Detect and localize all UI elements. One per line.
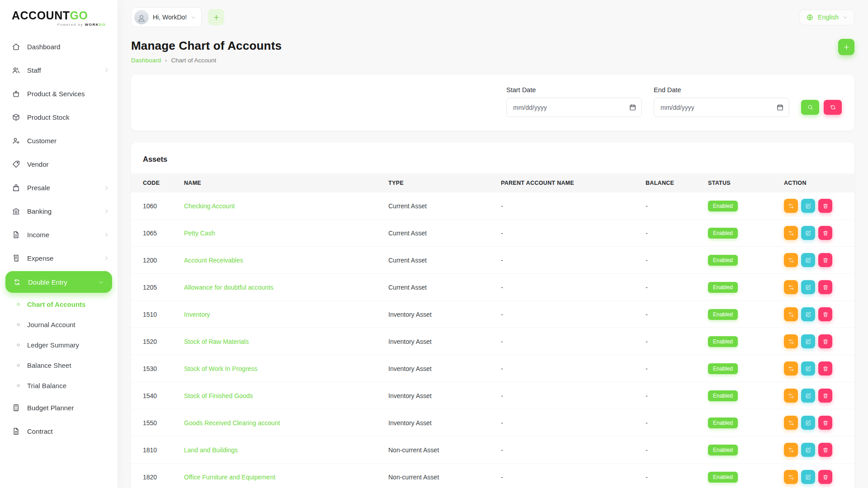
delete-button[interactable] — [818, 280, 832, 294]
sidebar-item-staff[interactable]: Staff — [0, 58, 118, 82]
sidebar-item-presale[interactable]: Presale — [0, 176, 118, 199]
transfer-button[interactable] — [784, 334, 798, 348]
account-name-link[interactable]: Account Receivables — [184, 257, 243, 264]
delete-button[interactable] — [818, 334, 832, 348]
edit-button[interactable] — [801, 389, 815, 403]
sidebar-subitem-ledger-summary[interactable]: Ledger Summary — [0, 335, 118, 355]
delete-button[interactable] — [818, 199, 832, 213]
account-name-link[interactable]: Allowance for doubtful accounts — [184, 284, 274, 291]
trash-icon — [822, 284, 829, 291]
column-header-balance: BALANCE — [641, 174, 703, 192]
breadcrumb-dashboard-link[interactable]: Dashboard — [131, 57, 161, 64]
transfer-button[interactable] — [784, 361, 798, 375]
sidebar-subitem-trial-balance[interactable]: Trial Balance — [0, 375, 118, 396]
edit-button[interactable] — [801, 226, 815, 240]
brand-logo[interactable]: ACCOUNTGO Powered by WORKDO — [0, 7, 118, 35]
transfer-button[interactable] — [784, 280, 798, 294]
status-badge: Enabled — [708, 445, 738, 455]
user-menu[interactable]: Hi, WorkDo! — [131, 7, 202, 27]
trash-icon — [822, 338, 829, 345]
home-icon — [12, 42, 20, 51]
edit-button[interactable] — [801, 253, 815, 267]
sidebar-item-vendor[interactable]: Vendor — [0, 152, 118, 176]
sidebar-item-contract[interactable]: Contract — [0, 419, 118, 443]
chevron-right-icon — [104, 208, 109, 214]
edit-button[interactable] — [801, 361, 815, 375]
user-greeting: Hi, WorkDo! — [153, 14, 187, 21]
end-date-field: End Date — [654, 86, 789, 117]
transfer-button[interactable] — [784, 199, 798, 213]
transfer-button[interactable] — [784, 226, 798, 240]
account-name-link[interactable]: Stock of Finished Goods — [184, 392, 253, 399]
edit-button[interactable] — [801, 443, 815, 457]
sidebar-subitem-balance-sheet[interactable]: Balance Sheet — [0, 355, 118, 375]
transfer-button[interactable] — [784, 470, 798, 484]
sidebar-item-label: Banking — [27, 207, 52, 215]
sidebar-nav: DashboardStaffProduct & ServicesProduct … — [0, 35, 118, 443]
start-date-input[interactable] — [506, 98, 642, 117]
sidebar-item-product-services[interactable]: Product & Services — [0, 82, 118, 105]
calendar-icon[interactable] — [629, 103, 637, 111]
sidebar-item-label: Customer — [27, 137, 57, 145]
transfer-button[interactable] — [784, 307, 798, 321]
transfer-button[interactable] — [784, 443, 798, 457]
globe-icon — [806, 14, 814, 21]
account-name-link[interactable]: Office Furniture and Equipement — [184, 474, 275, 481]
sidebar-subitem-chart-of-accounts[interactable]: Chart of Accounts — [0, 294, 118, 314]
user-plus-icon — [12, 136, 20, 145]
delete-button[interactable] — [818, 470, 832, 484]
edit-icon — [805, 366, 811, 372]
delete-button[interactable] — [818, 253, 832, 267]
edit-button[interactable] — [801, 307, 815, 321]
sidebar-item-budget-planner[interactable]: Budget Planner — [0, 396, 118, 419]
account-type: Inventory Asset — [384, 301, 496, 328]
end-date-input[interactable] — [654, 98, 789, 117]
users-icon — [12, 66, 20, 75]
trash-icon — [822, 474, 829, 480]
account-name-link[interactable]: Petty Cash — [184, 230, 215, 237]
transfer-button[interactable] — [784, 416, 798, 430]
sidebar-item-customer[interactable]: Customer — [0, 129, 118, 152]
delete-button[interactable] — [818, 443, 832, 457]
language-selector[interactable]: English — [799, 9, 854, 25]
edit-button[interactable] — [801, 470, 815, 484]
sidebar-item-product-stock[interactable]: Product Stock — [0, 105, 118, 129]
delete-button[interactable] — [818, 361, 832, 375]
sidebar-subitem-label: Trial Balance — [27, 382, 66, 389]
parent-account-name: - — [496, 274, 641, 301]
sidebar-item-income[interactable]: Income — [0, 223, 118, 246]
account-name-link[interactable]: Goods Received Clearing account — [184, 419, 280, 427]
edit-icon — [805, 257, 811, 263]
delete-button[interactable] — [818, 307, 832, 321]
delete-button[interactable] — [818, 389, 832, 403]
account-type: Inventory Asset — [384, 355, 496, 382]
bullet-circle-icon — [15, 342, 21, 348]
edit-button[interactable] — [801, 416, 815, 430]
page-title: Manage Chart of Accounts — [131, 39, 854, 53]
delete-button[interactable] — [818, 416, 832, 430]
transfer-button[interactable] — [784, 389, 798, 403]
account-name-link[interactable]: Land and Buildings — [184, 446, 238, 454]
create-account-button[interactable] — [838, 39, 854, 55]
edit-button[interactable] — [801, 199, 815, 213]
reset-filter-button[interactable] — [824, 100, 842, 115]
quick-add-button[interactable] — [208, 9, 224, 25]
edit-icon — [805, 311, 811, 318]
account-name-link[interactable]: Stock of Work In Progress — [184, 365, 257, 372]
account-code: 1205 — [131, 274, 179, 301]
sidebar-item-expense[interactable]: Expense — [0, 246, 118, 270]
edit-button[interactable] — [801, 334, 815, 348]
search-button[interactable] — [801, 100, 819, 115]
calendar-icon[interactable] — [776, 103, 784, 111]
account-name-link[interactable]: Stock of Raw Materials — [184, 338, 249, 345]
table-row: 1065Petty CashCurrent Asset--Enabled — [131, 220, 854, 247]
delete-button[interactable] — [818, 226, 832, 240]
sidebar-subitem-journal-account[interactable]: Journal Account — [0, 314, 118, 335]
sidebar-item-banking[interactable]: Banking — [0, 199, 118, 223]
edit-button[interactable] — [801, 280, 815, 294]
sidebar-item-dashboard[interactable]: Dashboard — [0, 35, 118, 58]
account-name-link[interactable]: Inventory — [184, 311, 210, 318]
transfer-button[interactable] — [784, 253, 798, 267]
account-name-link[interactable]: Checking Account — [184, 202, 235, 210]
sidebar-item-double-entry[interactable]: Double Entry — [5, 271, 112, 293]
